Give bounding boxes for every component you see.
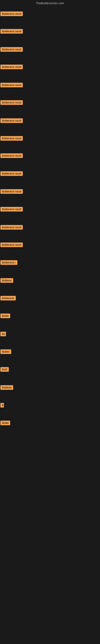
bottleneck-badge-row-10: Bottleneck result bbox=[0, 171, 23, 177]
bottleneck-badge-row-17: Bottleneck bbox=[0, 296, 16, 301]
bottleneck-badge-row-18: Bottle bbox=[0, 314, 10, 319]
site-title: TheBottlenecker.com bbox=[0, 0, 100, 6]
bottleneck-badge[interactable]: B bbox=[0, 403, 4, 408]
bottleneck-badge[interactable]: Bottleneck result bbox=[0, 83, 23, 87]
bottleneck-badge-row-2: Bottleneck result bbox=[0, 29, 23, 34]
bottleneck-badge-row-19: Bo bbox=[0, 332, 6, 337]
bottleneck-badge-row-16: Bottlene bbox=[0, 278, 13, 284]
bottleneck-badge[interactable]: Bottleneck result bbox=[0, 29, 23, 34]
bottleneck-badge[interactable]: Bottleneck r bbox=[0, 260, 17, 265]
bottleneck-badge-row-15: Bottleneck r bbox=[0, 260, 17, 266]
bottleneck-badge[interactable]: Bottle bbox=[0, 314, 10, 318]
bottleneck-badge-row-24: Bottle bbox=[0, 420, 10, 426]
bottleneck-badge-row-23: B bbox=[0, 403, 4, 408]
bottleneck-badge[interactable]: Bottleneck result bbox=[0, 153, 23, 158]
bottleneck-badge[interactable]: Bottle bbox=[0, 420, 10, 425]
bottleneck-badge-row-13: Bottleneck result bbox=[0, 225, 23, 230]
bottleneck-badge-row-9: Bottleneck result bbox=[0, 153, 23, 159]
bottleneck-badge[interactable]: Bottlene bbox=[0, 278, 13, 283]
bottleneck-badge[interactable]: Bottleneck result bbox=[0, 118, 23, 123]
bottleneck-badge[interactable]: Bottleneck result bbox=[0, 136, 23, 141]
bottleneck-badge[interactable]: Bottleneck result bbox=[0, 64, 23, 69]
bottleneck-badge-row-14: Bottleneck result bbox=[0, 242, 23, 248]
bottleneck-badge-row-22: Bottlene bbox=[0, 385, 13, 391]
bottleneck-badge-row-3: Bottleneck result bbox=[0, 47, 23, 52]
bottleneck-badge-row-12: Bottleneck result bbox=[0, 207, 23, 212]
site-title-bar: TheBottlenecker.com bbox=[0, 0, 100, 6]
bottleneck-badge-row-7: Bottleneck result bbox=[0, 118, 23, 124]
bottleneck-badge[interactable]: Bottleneck result bbox=[0, 242, 23, 247]
bottleneck-badge-row-5: Bottleneck result bbox=[0, 83, 23, 88]
bottleneck-badge[interactable]: Bottleneck bbox=[0, 296, 16, 300]
bottleneck-badge[interactable]: Bottleneck result bbox=[0, 100, 23, 105]
bottleneck-badge-row-8: Bottleneck result bbox=[0, 136, 23, 142]
bottleneck-badge[interactable]: Bottleneck result bbox=[0, 207, 23, 212]
bottleneck-badge[interactable]: Bottleneck result bbox=[0, 189, 23, 194]
bottleneck-badge[interactable]: Bottleneck result bbox=[0, 171, 23, 176]
bottleneck-badge[interactable]: Bottleneck result bbox=[0, 225, 23, 230]
bottleneck-badge[interactable]: Bo bbox=[0, 332, 6, 336]
bottleneck-badge-row-11: Bottleneck result bbox=[0, 189, 23, 194]
bottleneck-badge[interactable]: Bottleneck result bbox=[0, 12, 23, 16]
bottleneck-badge[interactable]: Bottleneck result bbox=[0, 47, 23, 52]
bottleneck-badge-row-4: Bottleneck result bbox=[0, 64, 23, 70]
bottleneck-badge[interactable]: Bottlene bbox=[0, 385, 13, 390]
bottleneck-badge-row-20: Bottler bbox=[0, 349, 11, 355]
bottleneck-badge-row-21: Bottl bbox=[0, 367, 9, 372]
bottleneck-badge-row-6: Bottleneck result bbox=[0, 100, 23, 106]
bottleneck-badge[interactable]: Bottl bbox=[0, 367, 9, 372]
bottleneck-badge[interactable]: Bottler bbox=[0, 349, 11, 354]
bottleneck-badge-row-1: Bottleneck result bbox=[0, 12, 23, 17]
